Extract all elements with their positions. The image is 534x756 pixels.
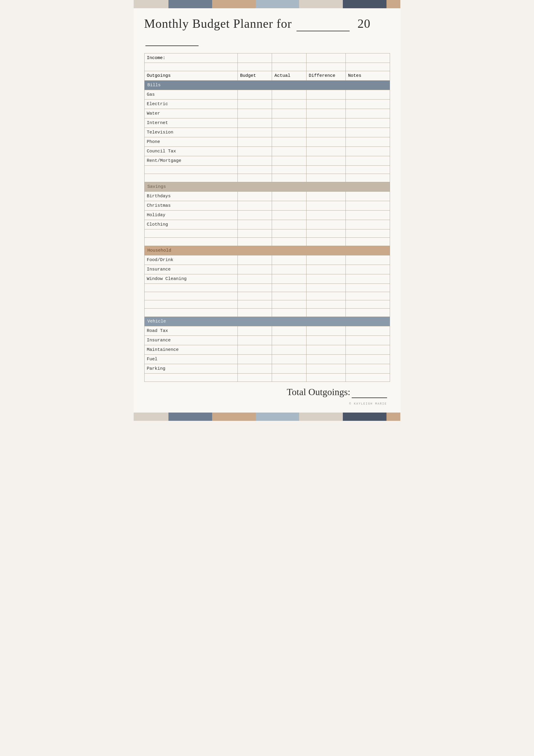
income-actual[interactable] <box>272 53 306 63</box>
table-row: Birthdays <box>144 192 390 201</box>
table-row: Television <box>144 128 390 137</box>
gas-budget[interactable] <box>238 90 272 99</box>
insurance-label: Insurance <box>144 265 238 274</box>
vehicle-insurance-label: Insurance <box>144 336 238 345</box>
gas-diff[interactable] <box>306 90 345 99</box>
empty-row-1 <box>144 63 390 71</box>
bottom-swatch-1 <box>134 413 168 421</box>
table-row: Parking <box>144 364 390 374</box>
household-label: Household <box>144 246 390 256</box>
gas-label: Gas <box>144 90 238 99</box>
total-label: Total Outgoings: <box>287 387 350 397</box>
empty-row <box>144 374 390 382</box>
color-swatch-5 <box>299 0 343 8</box>
income-row: Income: <box>144 53 390 63</box>
outgoings-label: Outgoings <box>144 71 238 81</box>
color-swatch-6 <box>343 0 387 8</box>
empty-row <box>144 166 390 174</box>
clothing-label: Clothing <box>144 220 238 230</box>
road-tax-label: Road Tax <box>144 326 238 336</box>
month-field[interactable] <box>296 16 350 31</box>
empty-row <box>144 174 390 182</box>
empty-row <box>144 284 390 292</box>
table-row: Christmas <box>144 201 390 210</box>
outgoings-header-row: Outgoings Budget Actual Difference Notes <box>144 71 390 81</box>
total-outgoings-row: Total Outgoings: <box>144 382 390 402</box>
table-row: Electric <box>144 99 390 109</box>
page: Monthly Budget Planner for 20 Income: O <box>134 0 401 421</box>
table-row: Window Cleaning <box>144 274 390 284</box>
difference-col-header: Difference <box>306 71 345 81</box>
bottom-color-bar <box>134 413 401 421</box>
table-row: Phone <box>144 137 390 147</box>
vehicle-label: Vehicle <box>144 317 390 326</box>
table-row: Insurance <box>144 265 390 274</box>
bills-label: Bills <box>144 81 390 90</box>
color-swatch-2 <box>168 0 212 8</box>
main-content: Monthly Budget Planner for 20 Income: O <box>134 8 401 413</box>
income-label: Income: <box>144 53 238 63</box>
table-row: Clothing <box>144 220 390 230</box>
table-row: Water <box>144 109 390 119</box>
income-notes[interactable] <box>345 53 390 63</box>
bottom-swatch-2 <box>168 413 212 421</box>
savings-section-header: Savings <box>144 182 390 192</box>
electric-label: Electric <box>144 99 238 109</box>
total-value[interactable] <box>352 387 387 398</box>
television-label: Television <box>144 128 238 137</box>
household-section-header: Household <box>144 246 390 256</box>
year-prefix: 20 <box>358 17 370 30</box>
income-diff[interactable] <box>306 53 345 63</box>
gas-notes[interactable] <box>345 90 390 99</box>
empty-row <box>144 292 390 300</box>
empty-row <box>144 300 390 309</box>
table-row: Fuel <box>144 355 390 364</box>
water-label: Water <box>144 109 238 119</box>
empty-row <box>144 309 390 317</box>
copyright: © Kayleigh Marie <box>144 402 390 407</box>
internet-label: Internet <box>144 119 238 128</box>
birthdays-label: Birthdays <box>144 192 238 201</box>
income-budget[interactable] <box>238 53 272 63</box>
holiday-label: Holiday <box>144 210 238 220</box>
title-text: Monthly Budget Planner for <box>144 17 292 30</box>
empty-row <box>144 238 390 246</box>
empty-row <box>144 230 390 238</box>
parking-label: Parking <box>144 364 238 374</box>
color-swatch-7 <box>387 0 400 8</box>
color-swatch-4 <box>256 0 299 8</box>
year-field[interactable] <box>145 31 198 46</box>
rent-mortgage-label: Rent/Mortgage <box>144 156 238 166</box>
table-row: Rent/Mortgage <box>144 156 390 166</box>
phone-label: Phone <box>144 137 238 147</box>
bottom-swatch-6 <box>343 413 387 421</box>
color-swatch-3 <box>212 0 256 8</box>
bottom-swatch-7 <box>387 413 400 421</box>
gas-actual[interactable] <box>272 90 306 99</box>
budget-col-header: Budget <box>238 71 272 81</box>
fuel-label: Fuel <box>144 355 238 364</box>
bottom-swatch-5 <box>299 413 343 421</box>
table-row: Road Tax <box>144 326 390 336</box>
window-cleaning-label: Window Cleaning <box>144 274 238 284</box>
savings-label: Savings <box>144 182 390 192</box>
bottom-swatch-3 <box>212 413 256 421</box>
table-row: Holiday <box>144 210 390 220</box>
council-tax-label: Council Tax <box>144 147 238 156</box>
color-swatch-1 <box>134 0 168 8</box>
bills-section-header: Bills <box>144 81 390 90</box>
budget-table: Income: Outgoings Budget Actual Differen… <box>144 53 390 382</box>
table-row: Maintainence <box>144 345 390 355</box>
table-row: Council Tax <box>144 147 390 156</box>
notes-col-header: Notes <box>345 71 390 81</box>
top-color-bar <box>134 0 401 8</box>
maintainence-label: Maintainence <box>144 345 238 355</box>
food-drink-label: Food/Drink <box>144 256 238 265</box>
christmas-label: Christmas <box>144 201 238 210</box>
actual-col-header: Actual <box>272 71 306 81</box>
bottom-swatch-4 <box>256 413 299 421</box>
page-title: Monthly Budget Planner for 20 <box>144 16 390 46</box>
table-row: Internet <box>144 119 390 128</box>
table-row: Gas <box>144 90 390 99</box>
table-row: Food/Drink <box>144 256 390 265</box>
